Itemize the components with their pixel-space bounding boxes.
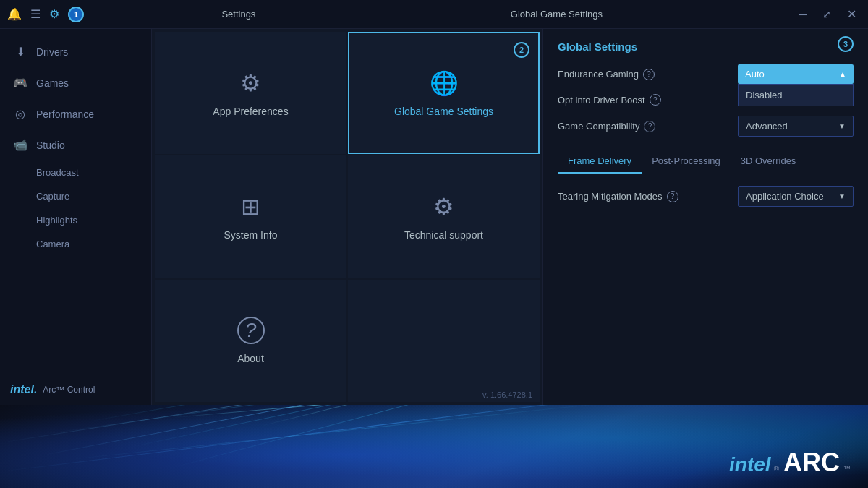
system-info-icon: ⊞ [241, 193, 260, 221]
arc-control-text: Arc™ Control [43, 385, 95, 395]
opt-driver-boost-help-icon[interactable]: ? [650, 94, 661, 106]
game-compatibility-selected: Advanced [746, 121, 788, 132]
intel-logo-text: intel. [10, 383, 37, 396]
tearing-mitigation-dropdown[interactable]: Application Choice ▼ [738, 186, 854, 207]
endurance-gaming-label: Endurance Gaming [558, 69, 639, 80]
tile-technical-support[interactable]: ⚙ Technical support [348, 155, 540, 278]
arc-logo-big: ARC [783, 450, 840, 476]
tearing-mitigation-dropdown-button[interactable]: Application Choice ▼ [738, 186, 854, 207]
game-compatibility-help-icon[interactable]: ? [644, 121, 655, 132]
global-game-settings-title: Global Game Settings [477, 9, 637, 20]
tile-app-preferences[interactable]: ⚙ App Preferences [155, 32, 346, 154]
opt-driver-boost-label: Opt into Driver Boost [558, 95, 645, 106]
endurance-gaming-dropdown[interactable]: Auto ▲ Disabled [738, 64, 854, 84]
sidebar-label-drivers: Drivers [36, 46, 68, 58]
minimize-button[interactable]: ─ [795, 7, 811, 22]
tab-frame-delivery[interactable]: Frame Delivery [558, 150, 642, 174]
sidebar-footer: intel. Arc™ Control [0, 374, 151, 405]
game-compatibility-dropdown[interactable]: Advanced ▼ [738, 116, 854, 137]
step1-badge: 1 [68, 7, 84, 22]
game-compatibility-dropdown-button[interactable]: Advanced ▼ [738, 116, 854, 137]
tile-system-info[interactable]: ⊞ System Info [155, 155, 346, 278]
intel-arc-logo: intel ® ARC ™ [712, 438, 868, 488]
title-bar-icons: 🔔 ☰ ⚙ 1 [7, 7, 159, 22]
sidebar-label-studio: Studio [36, 140, 65, 151]
game-compatibility-label: Game Compatibility [558, 121, 639, 132]
arc-logo-block: ARC [783, 450, 840, 476]
performance-icon: ◎ [13, 107, 27, 121]
intel-logo-big: intel [729, 453, 771, 476]
tile-empty [348, 280, 540, 402]
sidebar-label-games: Games [36, 77, 69, 89]
tearing-mitigation-label: Tearing Mitigation Modes [558, 191, 663, 202]
right-panel: 3 Global Settings Endurance Gaming ? Aut… [542, 29, 868, 405]
tearing-mitigation-dropdown-arrow: ▼ [838, 192, 846, 200]
title-bar: 🔔 ☰ ⚙ 1 Settings Global Game Settings ─ … [0, 0, 868, 29]
version-text: v. 1.66.4728.1 [482, 390, 532, 399]
tab-3d-overrides[interactable]: 3D Overrides [731, 150, 807, 174]
tile-global-game-settings[interactable]: 2 🌐 Global Game Settings [348, 32, 540, 154]
step3-badge: 3 [838, 36, 854, 52]
endurance-gaming-dropdown-arrow: ▲ [839, 70, 846, 78]
tearing-mitigation-label-group: Tearing Mitigation Modes ? [558, 191, 678, 202]
tearing-mitigation-help-icon[interactable]: ? [667, 191, 678, 202]
sidebar-item-games[interactable]: 🎮 Games [0, 67, 151, 98]
opt-driver-boost-label-group: Opt into Driver Boost ? [558, 94, 661, 106]
about-icon: ? [237, 317, 265, 344]
game-compatibility-dropdown-arrow: ▼ [838, 122, 846, 130]
global-game-settings-icon: 🌐 [430, 69, 459, 97]
games-icon: 🎮 [13, 76, 27, 90]
app-preferences-icon: ⚙ [240, 69, 261, 97]
endurance-gaming-option-disabled[interactable]: Disabled [739, 85, 853, 106]
tile-label-technical-support: Technical support [404, 229, 483, 241]
settings-title: Settings [159, 9, 318, 20]
close-button[interactable]: ✕ [843, 6, 861, 22]
sidebar-item-performance[interactable]: ◎ Performance [0, 98, 151, 129]
drivers-icon: ⬇ [13, 45, 27, 59]
game-compatibility-label-group: Game Compatibility ? [558, 121, 655, 132]
sidebar-item-highlights[interactable]: Highlights [0, 208, 151, 232]
game-compatibility-row: Game Compatibility ? Advanced ▼ [558, 116, 854, 137]
endurance-gaming-row: Endurance Gaming ? Auto ▲ Disabled [558, 64, 854, 84]
main-layout: ⬇ Drivers 🎮 Games ◎ Performance 📹 Studio… [0, 29, 868, 405]
tile-label-about: About [237, 353, 264, 364]
endurance-gaming-selected: Auto [745, 69, 765, 80]
endurance-gaming-dropdown-menu[interactable]: Disabled [738, 84, 854, 106]
sidebar-label-performance: Performance [36, 108, 94, 120]
sidebar-item-capture[interactable]: Capture [0, 184, 151, 208]
tab-post-processing[interactable]: Post-Processing [642, 150, 731, 174]
content-area: ⚙ App Preferences 2 🌐 Global Game Settin… [152, 29, 542, 405]
sidebar-item-camera[interactable]: Camera [0, 232, 151, 256]
technical-support-icon: ⚙ [433, 193, 454, 221]
sidebar-item-studio[interactable]: 📹 Studio [0, 129, 151, 160]
studio-icon: 📹 [13, 138, 27, 152]
endurance-gaming-dropdown-button[interactable]: Auto ▲ [738, 64, 854, 84]
maximize-button[interactable]: ⤢ [818, 7, 835, 22]
endurance-gaming-label-group: Endurance Gaming ? [558, 69, 655, 80]
tearing-mitigation-selected: Application Choice [746, 191, 824, 202]
intel-tm: ® [774, 465, 779, 473]
tile-label-app-preferences: App Preferences [213, 106, 288, 117]
tile-about[interactable]: ? About [155, 280, 346, 402]
sidebar-item-broadcast[interactable]: Broadcast [0, 160, 151, 184]
sidebar-item-drivers[interactable]: ⬇ Drivers [0, 36, 151, 67]
tile-label-global-game-settings: Global Game Settings [394, 106, 493, 117]
sidebar: ⬇ Drivers 🎮 Games ◎ Performance 📹 Studio… [0, 29, 152, 405]
tile-label-system-info: System Info [224, 229, 278, 241]
notification-icon[interactable]: 🔔 [7, 7, 22, 21]
window-controls: ─ ⤢ ✕ [795, 6, 861, 22]
menu-icon[interactable]: ☰ [30, 7, 41, 21]
arc-tm: ™ [843, 465, 851, 473]
gear-active-icon[interactable]: ⚙ [49, 7, 59, 21]
global-settings-title: Global Settings [558, 40, 854, 53]
app-container: 🔔 ☰ ⚙ 1 Settings Global Game Settings ─ … [0, 0, 868, 405]
tabs-row: Frame Delivery Post-Processing 3D Overri… [558, 150, 854, 174]
tearing-mitigation-row: Tearing Mitigation Modes ? Application C… [558, 186, 854, 207]
tiles-grid: ⚙ App Preferences 2 🌐 Global Game Settin… [152, 29, 542, 405]
step2-badge: 2 [514, 42, 529, 58]
endurance-gaming-help-icon[interactable]: ? [643, 69, 655, 80]
wallpaper-area: intel ® ARC ™ [0, 405, 868, 488]
